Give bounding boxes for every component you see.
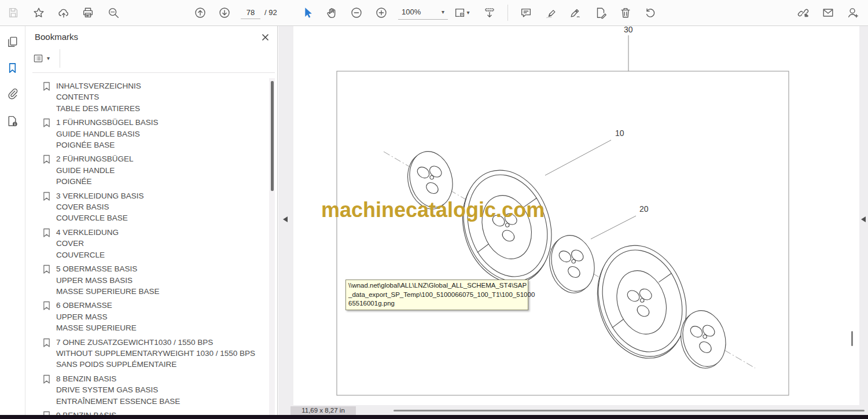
panel-close-button[interactable] [259, 31, 271, 43]
scroll-mode-button[interactable] [480, 3, 499, 23]
next-page-button[interactable] [215, 3, 234, 23]
vertical-scrollbar-thumb[interactable] [851, 331, 853, 346]
bookmark-line: UPPER MASS [56, 311, 269, 322]
bookmark-line: CONTENTS [56, 91, 269, 102]
bookmark-outline-icon [42, 192, 51, 201]
stacked-pages-icon [6, 35, 19, 49]
person-plus-icon [847, 6, 859, 19]
toolbar-divider [507, 5, 508, 21]
bookmark-line: DRIVE SYSTEM GAS BASIS [56, 384, 269, 395]
bookmark-options-button[interactable]: ▾ [32, 50, 58, 67]
print-button[interactable] [78, 3, 98, 23]
callout-10-leader [545, 140, 611, 175]
print-icon [82, 6, 94, 19]
delete-button[interactable] [616, 3, 635, 23]
document-bottom-strip: 11,69 x 8,27 in [278, 405, 868, 415]
highlighter-icon [545, 6, 557, 19]
callout-30-label: 30 [624, 26, 633, 34]
bookmark-line: 7 OHNE ZUSATZGEWICHT1030 / 1550 BPS [56, 337, 269, 348]
rotate-button[interactable] [641, 3, 660, 23]
chevron-down-icon: ▾ [466, 10, 469, 16]
toolbar: / 92 100%▾ ▾ [0, 0, 868, 26]
close-icon [261, 33, 270, 42]
save-icon [7, 6, 20, 19]
rotate-icon [644, 6, 657, 19]
file-path-tooltip: \\wnad.net\global\ALL\LNZ\Global_ALL_SCH… [345, 280, 528, 310]
bookmark-line: 6 OBERMASSE [56, 300, 269, 311]
plus-circle-icon [375, 6, 388, 19]
email-button[interactable] [818, 3, 838, 23]
share-people-button[interactable] [843, 3, 863, 23]
bookmark-item[interactable]: 7 OHNE ZUSATZGEWICHT1030 / 1550 BPSWITHO… [25, 337, 269, 370]
tooltip-line: _data_export_SP_Temp\100_5100066075_100_… [348, 291, 525, 300]
bookmark-outline-icon [42, 338, 51, 348]
bookmark-item[interactable]: 1 FÜHRUNGSBÜGEL BASISGUIDE HANDLE BASISP… [25, 117, 269, 150]
collapse-left-panel-icon[interactable] [283, 216, 288, 222]
bookmark-line: WITHOUT SUPPLEMENTARYWEIGHT 1030 / 1550 … [56, 348, 269, 359]
bookmark-outline-icon [42, 374, 51, 384]
callout-20-label: 20 [639, 204, 649, 214]
bookmark-line: UPPER MASS BASIS [56, 275, 269, 286]
chevron-down-icon: ▾ [47, 56, 50, 61]
collapse-right-panel-icon[interactable] [861, 216, 866, 222]
bookmark-line: 8 BENZIN BASIS [56, 373, 269, 384]
panel-bookmarks-button[interactable] [3, 58, 21, 77]
trash-icon [619, 6, 632, 19]
bookmark-line: TABLE DES MATIERES [56, 103, 269, 114]
edit-pdf-button[interactable] [591, 3, 610, 23]
left-panel-rail [0, 26, 25, 415]
minus-circle-icon [350, 6, 363, 19]
highlight-button[interactable] [541, 3, 561, 23]
bookmark-line: MASSE SUPERIEURE BASE [56, 286, 269, 297]
bookmark-line: COUVERCLE BASE [56, 212, 269, 223]
chevron-down-icon: ▾ [442, 9, 444, 15]
save-button[interactable] [3, 3, 23, 23]
bookmark-line: INHALTSVERZEICHNIS [56, 80, 269, 91]
hand-tool-button[interactable] [322, 3, 341, 23]
zoom-level-select[interactable]: 100%▾ [398, 5, 448, 20]
horizontal-scrollbar-thumb[interactable] [393, 410, 865, 411]
bookmark-outline-icon [42, 155, 51, 164]
page-total-label: / 92 [264, 8, 277, 17]
bookmark-line: 2 FÜHRUNGSBÜGEL [56, 153, 269, 164]
page-number-input[interactable] [241, 6, 260, 19]
envelope-icon [822, 6, 834, 19]
sidebar-scrollbar-thumb[interactable] [271, 81, 274, 191]
select-tool-button[interactable] [297, 3, 317, 23]
bookmark-item[interactable]: 3 VERKLEIDUNG BASISCOVER BASISCOUVERCLE … [25, 190, 269, 224]
bookmark-item[interactable]: 8 BENZIN BASISDRIVE SYSTEM GAS BASISENTR… [25, 373, 269, 407]
bookmark-item[interactable]: INHALTSVERZEICHNISCONTENTSTABLE DES MATI… [25, 80, 269, 114]
arrow-up-circle-icon [194, 6, 207, 19]
bookmark-item[interactable]: 9 BENZIN BASIS [25, 410, 269, 415]
sign-button[interactable] [566, 3, 586, 23]
callout-20-leader [591, 216, 636, 239]
bookmark-line: 4 VERKLEIDUNG [56, 227, 269, 238]
disc-small-2 [543, 230, 601, 297]
bookmark-line: 1 FÜHRUNGSBÜGEL BASIS [56, 117, 269, 128]
bookmark-outline-icon [42, 118, 51, 128]
favorite-button[interactable] [29, 3, 49, 23]
zoom-out-button[interactable] [347, 3, 366, 23]
star-icon [32, 6, 45, 19]
find-button[interactable] [104, 3, 123, 23]
bookmark-item[interactable]: 6 OBERMASSEUPPER MASSMASSE SUPERIEURE [25, 300, 269, 333]
panel-title: Bookmarks [35, 32, 78, 42]
bookmark-item[interactable]: 2 FÜHRUNGSBÜGELGUIDE HANDLEPOIGNÉE [25, 153, 269, 187]
panel-info-button[interactable] [3, 112, 21, 130]
bookmark-line: SANS POIDS SUPPLÉMENTAIRE [56, 359, 269, 370]
zoom-in-button[interactable] [372, 3, 391, 23]
share-link-button[interactable] [793, 3, 813, 23]
page-pencil-icon [594, 6, 607, 19]
comment-button[interactable] [516, 3, 536, 23]
share-upload-button[interactable] [54, 3, 73, 23]
bookmark-line: POIGNÉE BASE [56, 139, 269, 150]
page-fit-button[interactable]: ▾ [449, 3, 475, 23]
previous-page-button[interactable] [190, 3, 210, 23]
bookmark-item[interactable]: 5 OBERMASSE BASISUPPER MASS BASISMASSE S… [25, 263, 269, 297]
panel-pages-button[interactable] [3, 32, 21, 51]
link-cloud-icon [797, 6, 810, 19]
bookmark-item[interactable]: 4 VERKLEIDUNGCOVERCOUVERCLE [25, 227, 269, 260]
panel-attachments-button[interactable] [3, 84, 21, 102]
bookmark-line: COUVERCLE [56, 249, 269, 260]
bookmark-line: GUIDE HANDLE BASIS [56, 128, 269, 139]
